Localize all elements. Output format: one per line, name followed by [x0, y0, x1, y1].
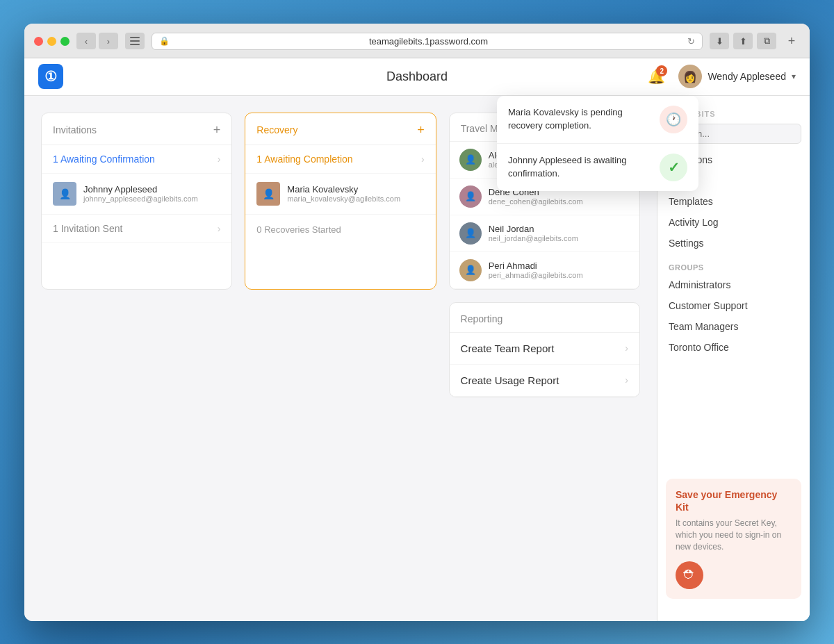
spacer-2: [245, 302, 436, 397]
svg-rect-0: [130, 37, 140, 38]
travel-person-row[interactable]: 👤 Neil Jordan neil_jordan@agilebits.com: [450, 215, 639, 252]
travel-person-info: Peri Ahmadi peri_ahmadi@agilebits.com: [489, 261, 583, 279]
sidebar-item-label: Customer Support: [669, 300, 748, 311]
awaiting-confirmation-label: 1 Awaiting Confirmation: [53, 154, 155, 165]
notification-popup: Maria Kovalevsky is pending recovery com…: [497, 96, 698, 191]
person-name: Neil Jordan: [489, 224, 578, 234]
invitations-card-header: Invitations +: [42, 113, 231, 145]
svg-rect-2: [130, 44, 140, 45]
notification-item[interactable]: Maria Kovalevsky is pending recovery com…: [497, 96, 698, 144]
sidebar-item-settings[interactable]: Settings: [657, 233, 810, 254]
lock-icon: 🔒: [159, 36, 170, 46]
sidebar-item-customer-support[interactable]: Customer Support: [657, 295, 810, 316]
emergency-kit-button[interactable]: ⛑: [676, 561, 703, 589]
travel-person-info: Neil Jordan neil_jordan@agilebits.com: [489, 224, 578, 242]
spacer-1: [41, 302, 232, 397]
recovery-awaiting-row[interactable]: 1 Awaiting Completion ›: [245, 145, 435, 174]
person-row-left: 👤 Maria Kovalevsky maria_kovalevsky@agil…: [256, 182, 400, 206]
sidebar-item-label: Templates: [669, 196, 713, 207]
refresh-button[interactable]: ↻: [687, 36, 695, 47]
back-button[interactable]: ‹: [76, 33, 96, 49]
emergency-kit-title: Save your Emergency Kit: [676, 488, 792, 513]
person-row-left: 👤 Johnny Appleseed johnny_appleseed@agil…: [53, 182, 198, 206]
sidebar-item-templates[interactable]: Templates: [657, 191, 810, 212]
sidebar-item-administrators[interactable]: Administrators: [657, 274, 810, 295]
emergency-kit-card: Save your Emergency Kit It contains your…: [666, 479, 801, 599]
travel-person-row[interactable]: 👤 Peri Ahmadi peri_ahmadi@agilebits.com: [450, 252, 639, 289]
user-menu[interactable]: 👩 Wendy Appleseed ▾: [678, 65, 796, 88]
app-logo[interactable]: ①: [38, 64, 63, 89]
sidebar-item-activity-log[interactable]: Activity Log: [657, 212, 810, 233]
notification-item[interactable]: Johnny Appleseed is awaiting confirmatio…: [497, 144, 698, 191]
travel-avatar: 👤: [459, 222, 482, 245]
forward-button[interactable]: ›: [99, 33, 118, 49]
recovery-add-button[interactable]: +: [417, 123, 425, 138]
person-email: neil_jordan@agilebits.com: [489, 234, 578, 242]
person-email: maria_kovalevsky@agilebits.com: [287, 195, 400, 203]
url-display: teamagilebits.1password.com: [174, 36, 683, 47]
avatar: 👩: [678, 65, 702, 88]
emergency-kit-description: It contains your Secret Key, which you n…: [676, 518, 792, 552]
invitations-title: Invitations: [53, 124, 97, 135]
recovery-card-header: Recovery +: [245, 113, 435, 145]
chevron-right-icon: ›: [625, 374, 628, 386]
svg-rect-1: [130, 40, 140, 42]
groups-section-title: GROUPS: [657, 258, 810, 274]
sidebar-item-toronto-office[interactable]: Toronto Office: [657, 337, 810, 358]
app-layout: ① Dashboard 🔔 2 👩 Wendy Appleseed ▾ Mari…: [24, 58, 810, 621]
share-button[interactable]: ⬆: [733, 33, 753, 49]
notification-text: Maria Kovalevsky is pending recovery com…: [508, 106, 651, 131]
recovery-person-row[interactable]: 👤 Maria Kovalevsky maria_kovalevsky@agil…: [245, 174, 435, 215]
close-button[interactable]: [34, 37, 43, 46]
cards-row-2: Reporting Create Team Report › Create Us…: [41, 302, 640, 397]
browser-actions: ⬇ ⬆ ⧉: [710, 33, 776, 49]
person-name: Peri Ahmadi: [489, 261, 583, 271]
person-email: dene_cohen@agilebits.com: [489, 197, 583, 206]
person-row[interactable]: 👤 Johnny Appleseed johnny_appleseed@agil…: [42, 174, 231, 215]
top-right-actions: 🔔 2 👩 Wendy Appleseed ▾: [644, 64, 796, 89]
travel-avatar: 👤: [459, 185, 482, 208]
notification-recovery-icon: 🕐: [660, 106, 687, 133]
sidebar-bottom: Save your Emergency Kit It contains your…: [657, 468, 810, 610]
usage-report-label: Create Usage Report: [461, 374, 559, 386]
sidebar-toggle-button[interactable]: [125, 33, 145, 49]
person-email: peri_ahmadi@agilebits.com: [489, 271, 583, 279]
recovery-card: Recovery + 1 Awaiting Completion › 👤 Ma: [245, 113, 436, 290]
person-name: Maria Kovalevsky: [287, 184, 400, 195]
person-email: johnny_appleseed@agilebits.com: [83, 195, 198, 203]
nav-buttons: ‹ ›: [76, 33, 118, 49]
address-bar[interactable]: 🔒 teamagilebits.1password.com ↻: [152, 33, 703, 50]
sidebar-item-label: Activity Log: [669, 217, 719, 228]
invitations-card: Invitations + 1 Awaiting Confirmation › …: [41, 113, 232, 290]
usage-report-row[interactable]: Create Usage Report ›: [450, 365, 639, 397]
sidebar-item-team-managers[interactable]: Team Managers: [657, 316, 810, 337]
sidebar-item-label: Settings: [669, 238, 704, 249]
new-tab-button[interactable]: +: [783, 33, 800, 49]
download-button[interactable]: ⬇: [710, 33, 729, 49]
chevron-down-icon: ▾: [792, 72, 796, 81]
notification-badge: 2: [656, 65, 667, 76]
first-aid-icon: ⛑: [683, 568, 696, 582]
team-report-label: Create Team Report: [461, 342, 555, 354]
reporting-card-header: Reporting: [450, 303, 639, 333]
travel-avatar: 👤: [459, 149, 482, 171]
invitation-sent-row[interactable]: 1 Invitation Sent ›: [42, 215, 231, 243]
top-nav: ① Dashboard 🔔 2 👩 Wendy Appleseed ▾ Mari…: [24, 58, 810, 96]
recoveries-started-label: 0 Recoveries Started: [245, 215, 435, 245]
fullscreen-button[interactable]: [60, 37, 70, 46]
chevron-right-icon: ›: [625, 342, 628, 354]
logo-area: ①: [38, 64, 63, 89]
sidebar-groups-section: GROUPS Administrators Customer Support T…: [657, 258, 810, 358]
chevron-right-icon: ›: [218, 223, 221, 234]
notification-button[interactable]: 🔔 2: [644, 64, 669, 89]
team-report-row[interactable]: Create Team Report ›: [450, 333, 639, 365]
invitations-add-button[interactable]: +: [213, 123, 221, 138]
person-thumbnail: 👤: [53, 182, 76, 206]
tab-overview-button[interactable]: ⧉: [757, 33, 776, 49]
reporting-title: Reporting: [461, 313, 503, 324]
minimize-button[interactable]: [47, 37, 56, 46]
awaiting-confirmation-row[interactable]: 1 Awaiting Confirmation ›: [42, 145, 231, 174]
recovery-title: Recovery: [256, 124, 297, 135]
person-thumbnail: 👤: [256, 182, 280, 206]
notification-confirm-icon: ✓: [660, 154, 687, 181]
